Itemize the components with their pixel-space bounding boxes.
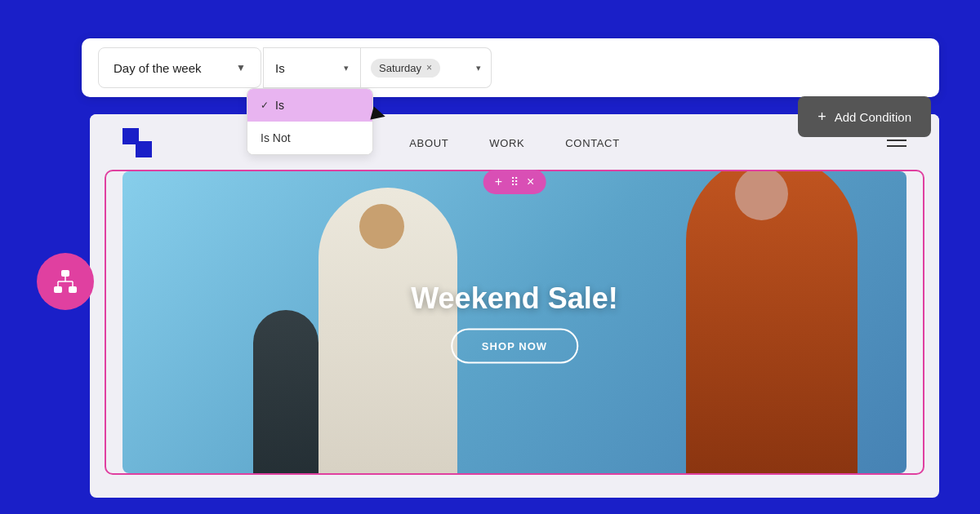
hero-section: Weekend Sale! SHOP NOW: [122, 171, 906, 473]
add-condition-label: Add Condition: [835, 110, 911, 124]
value-chip: Saturday ×: [371, 59, 440, 78]
operator-chevron-icon: ▾: [344, 63, 349, 73]
hero-figure-orange: [686, 171, 858, 473]
hero-content: Weekend Sale! SHOP NOW: [411, 281, 617, 364]
field-arrow-icon: ▼: [236, 62, 246, 73]
value-selector[interactable]: Saturday × ▾: [361, 47, 492, 88]
dropdown-item-isnot-label: Is Not: [261, 131, 291, 144]
left-fab[interactable]: [37, 253, 94, 310]
hamburger-line-2: [887, 145, 906, 147]
nav-item-contact[interactable]: CONTACT: [565, 135, 619, 150]
check-icon: ✓: [261, 100, 269, 111]
dropdown-item-is-label: Is: [275, 99, 284, 112]
shop-now-button[interactable]: SHOP NOW: [451, 329, 578, 364]
block-add-icon[interactable]: +: [495, 175, 502, 189]
hero-title: Weekend Sale!: [411, 281, 617, 316]
dropdown-item-is[interactable]: ✓ Is: [247, 89, 372, 122]
operator-dropdown-menu: ✓ Is Is Not: [247, 88, 373, 155]
nav-link-about[interactable]: ABOUT: [409, 137, 448, 149]
logo: [122, 128, 152, 157]
nav-item-work[interactable]: WORK: [489, 135, 524, 150]
nav-link-work[interactable]: WORK: [489, 137, 524, 149]
value-chevron-icon: ▾: [476, 63, 481, 73]
operator-label: Is: [275, 61, 285, 75]
svg-rect-2: [69, 286, 77, 293]
block-toolbar: + ⠿ ×: [483, 170, 546, 194]
svg-rect-0: [61, 270, 69, 277]
logo-squares: [122, 128, 152, 157]
hero-wrapper: Weekend Sale! SHOP NOW: [106, 171, 923, 473]
hamburger-menu[interactable]: [887, 140, 906, 147]
field-label: Day of the week: [114, 61, 202, 75]
block-move-icon[interactable]: ⠿: [510, 175, 519, 188]
nav-links: ABOUT WORK CONTACT: [409, 135, 620, 150]
page-preview: ABOUT WORK CONTACT + ⠿ × Weekend S: [90, 114, 939, 498]
dropdown-item-isnot[interactable]: Is Not: [247, 122, 372, 154]
operator-selector[interactable]: Is ▾: [263, 47, 361, 88]
block-close-icon[interactable]: ×: [527, 175, 534, 189]
nav-item-about[interactable]: ABOUT: [409, 135, 448, 150]
svg-rect-1: [54, 286, 62, 293]
add-icon: +: [817, 109, 826, 126]
field-selector[interactable]: Day of the week ▼: [98, 47, 261, 88]
add-condition-button[interactable]: + Add Condition: [798, 96, 931, 137]
chip-close-icon[interactable]: ×: [426, 62, 432, 73]
org-chart-icon: [52, 268, 78, 295]
hero-figure-back: [253, 310, 318, 473]
hamburger-line-1: [887, 140, 906, 141]
value-chip-label: Saturday: [379, 62, 421, 74]
condition-bar-wrapper: Day of the week ▼ Is ▾ Saturday × ▾: [82, 38, 939, 97]
nav-link-contact[interactable]: CONTACT: [565, 137, 619, 149]
